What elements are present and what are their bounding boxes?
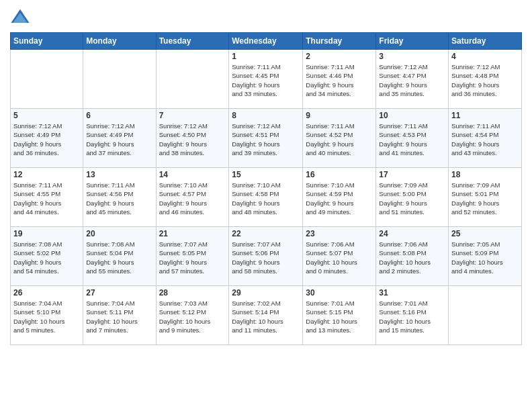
calendar-cell: 10Sunrise: 7:11 AM Sunset: 4:53 PM Dayli… (376, 109, 449, 168)
logo-icon (10, 7, 30, 27)
calendar-cell (449, 286, 522, 345)
day-info: Sunrise: 7:08 AM Sunset: 5:02 PM Dayligh… (13, 240, 80, 275)
calendar-cell: 21Sunrise: 7:07 AM Sunset: 5:05 PM Dayli… (156, 227, 229, 286)
day-number: 10 (379, 111, 445, 120)
weekday-header-monday: Monday (83, 33, 156, 50)
day-info: Sunrise: 7:04 AM Sunset: 5:11 PM Dayligh… (86, 299, 152, 334)
calendar-cell: 28Sunrise: 7:03 AM Sunset: 5:12 PM Dayli… (156, 286, 229, 345)
page: SundayMondayTuesdayWednesdayThursdayFrid… (0, 0, 532, 411)
calendar-cell: 26Sunrise: 7:04 AM Sunset: 5:10 PM Dayli… (11, 286, 83, 345)
calendar-cell: 3Sunrise: 7:12 AM Sunset: 4:47 PM Daylig… (376, 50, 449, 109)
calendar-cell: 22Sunrise: 7:07 AM Sunset: 5:06 PM Dayli… (229, 227, 303, 286)
day-number: 22 (232, 229, 300, 238)
day-info: Sunrise: 7:12 AM Sunset: 4:48 PM Dayligh… (451, 62, 519, 98)
day-number: 31 (379, 288, 445, 298)
calendar-cell: 1Sunrise: 7:11 AM Sunset: 4:45 PM Daylig… (229, 50, 303, 109)
day-info: Sunrise: 7:03 AM Sunset: 5:12 PM Dayligh… (159, 299, 226, 334)
calendar-cell: 7Sunrise: 7:12 AM Sunset: 4:50 PM Daylig… (156, 109, 229, 168)
calendar-cell: 5Sunrise: 7:12 AM Sunset: 4:49 PM Daylig… (11, 109, 83, 168)
day-info: Sunrise: 7:07 AM Sunset: 5:05 PM Dayligh… (159, 240, 226, 275)
day-info: Sunrise: 7:01 AM Sunset: 5:16 PM Dayligh… (379, 299, 445, 334)
day-number: 25 (451, 229, 519, 238)
calendar: SundayMondayTuesdayWednesdayThursdayFrid… (10, 32, 522, 345)
week-row-1: 1Sunrise: 7:11 AM Sunset: 4:45 PM Daylig… (11, 50, 522, 109)
weekday-header-tuesday: Tuesday (156, 33, 229, 50)
calendar-cell: 6Sunrise: 7:12 AM Sunset: 4:49 PM Daylig… (83, 109, 156, 168)
day-info: Sunrise: 7:11 AM Sunset: 4:55 PM Dayligh… (13, 181, 80, 216)
day-number: 6 (86, 111, 152, 120)
calendar-cell: 23Sunrise: 7:06 AM Sunset: 5:07 PM Dayli… (303, 227, 376, 286)
logo (10, 7, 33, 27)
day-number: 15 (232, 170, 300, 179)
day-info: Sunrise: 7:11 AM Sunset: 4:45 PM Dayligh… (232, 62, 300, 98)
calendar-cell: 9Sunrise: 7:11 AM Sunset: 4:52 PM Daylig… (303, 109, 376, 168)
day-info: Sunrise: 7:06 AM Sunset: 5:07 PM Dayligh… (306, 240, 373, 275)
day-info: Sunrise: 7:09 AM Sunset: 5:01 PM Dayligh… (451, 181, 519, 216)
day-info: Sunrise: 7:12 AM Sunset: 4:51 PM Dayligh… (232, 122, 300, 157)
calendar-cell: 20Sunrise: 7:08 AM Sunset: 5:04 PM Dayli… (83, 227, 156, 286)
day-info: Sunrise: 7:10 AM Sunset: 4:57 PM Dayligh… (159, 181, 226, 216)
week-row-3: 12Sunrise: 7:11 AM Sunset: 4:55 PM Dayli… (11, 168, 522, 227)
day-number: 3 (379, 52, 445, 61)
week-row-5: 26Sunrise: 7:04 AM Sunset: 5:10 PM Dayli… (11, 286, 522, 345)
day-number: 9 (306, 111, 373, 120)
day-number: 28 (159, 288, 226, 298)
day-number: 14 (159, 170, 226, 179)
day-number: 5 (13, 111, 80, 120)
day-info: Sunrise: 7:11 AM Sunset: 4:46 PM Dayligh… (306, 62, 373, 98)
day-number: 1 (232, 52, 300, 61)
day-info: Sunrise: 7:01 AM Sunset: 5:15 PM Dayligh… (306, 299, 373, 334)
weekday-header-row: SundayMondayTuesdayWednesdayThursdayFrid… (11, 33, 522, 50)
day-number: 17 (379, 170, 445, 179)
day-info: Sunrise: 7:11 AM Sunset: 4:56 PM Dayligh… (86, 181, 152, 216)
day-info: Sunrise: 7:08 AM Sunset: 5:04 PM Dayligh… (86, 240, 152, 275)
weekday-header-saturday: Saturday (449, 33, 522, 50)
week-row-4: 19Sunrise: 7:08 AM Sunset: 5:02 PM Dayli… (11, 227, 522, 286)
calendar-cell: 4Sunrise: 7:12 AM Sunset: 4:48 PM Daylig… (449, 50, 522, 109)
day-info: Sunrise: 7:11 AM Sunset: 4:52 PM Dayligh… (306, 122, 373, 157)
calendar-cell: 19Sunrise: 7:08 AM Sunset: 5:02 PM Dayli… (11, 227, 83, 286)
day-info: Sunrise: 7:02 AM Sunset: 5:14 PM Dayligh… (232, 299, 300, 334)
day-number: 29 (232, 288, 300, 298)
weekday-header-wednesday: Wednesday (229, 33, 303, 50)
calendar-cell: 12Sunrise: 7:11 AM Sunset: 4:55 PM Dayli… (11, 168, 83, 227)
day-info: Sunrise: 7:05 AM Sunset: 5:09 PM Dayligh… (451, 240, 519, 275)
header (10, 7, 522, 27)
day-number: 4 (451, 52, 519, 61)
day-info: Sunrise: 7:11 AM Sunset: 4:53 PM Dayligh… (379, 122, 445, 157)
day-number: 21 (159, 229, 226, 238)
calendar-cell: 24Sunrise: 7:06 AM Sunset: 5:08 PM Dayli… (376, 227, 449, 286)
calendar-cell: 14Sunrise: 7:10 AM Sunset: 4:57 PM Dayli… (156, 168, 229, 227)
day-number: 20 (86, 229, 152, 238)
day-info: Sunrise: 7:07 AM Sunset: 5:06 PM Dayligh… (232, 240, 300, 275)
day-number: 18 (451, 170, 519, 179)
day-number: 2 (306, 52, 373, 61)
day-number: 23 (306, 229, 373, 238)
day-info: Sunrise: 7:09 AM Sunset: 5:00 PM Dayligh… (379, 181, 445, 216)
day-info: Sunrise: 7:12 AM Sunset: 4:49 PM Dayligh… (13, 122, 80, 157)
calendar-cell: 29Sunrise: 7:02 AM Sunset: 5:14 PM Dayli… (229, 286, 303, 345)
weekday-header-friday: Friday (376, 33, 449, 50)
day-info: Sunrise: 7:06 AM Sunset: 5:08 PM Dayligh… (379, 240, 445, 275)
weekday-header-sunday: Sunday (11, 33, 83, 50)
calendar-cell: 13Sunrise: 7:11 AM Sunset: 4:56 PM Dayli… (83, 168, 156, 227)
week-row-2: 5Sunrise: 7:12 AM Sunset: 4:49 PM Daylig… (11, 109, 522, 168)
day-number: 24 (379, 229, 445, 238)
calendar-cell: 16Sunrise: 7:10 AM Sunset: 4:59 PM Dayli… (303, 168, 376, 227)
day-number: 7 (159, 111, 226, 120)
day-info: Sunrise: 7:04 AM Sunset: 5:10 PM Dayligh… (13, 299, 80, 334)
calendar-cell: 15Sunrise: 7:10 AM Sunset: 4:58 PM Dayli… (229, 168, 303, 227)
day-number: 12 (13, 170, 80, 179)
day-number: 13 (86, 170, 152, 179)
day-number: 11 (451, 111, 519, 120)
day-info: Sunrise: 7:10 AM Sunset: 4:58 PM Dayligh… (232, 181, 300, 216)
calendar-cell: 11Sunrise: 7:11 AM Sunset: 4:54 PM Dayli… (449, 109, 522, 168)
calendar-cell: 2Sunrise: 7:11 AM Sunset: 4:46 PM Daylig… (303, 50, 376, 109)
day-number: 19 (13, 229, 80, 238)
day-number: 27 (86, 288, 152, 298)
calendar-cell: 18Sunrise: 7:09 AM Sunset: 5:01 PM Dayli… (449, 168, 522, 227)
day-info: Sunrise: 7:12 AM Sunset: 4:49 PM Dayligh… (86, 122, 152, 157)
calendar-cell: 25Sunrise: 7:05 AM Sunset: 5:09 PM Dayli… (449, 227, 522, 286)
day-number: 26 (13, 288, 80, 298)
calendar-cell (156, 50, 229, 109)
